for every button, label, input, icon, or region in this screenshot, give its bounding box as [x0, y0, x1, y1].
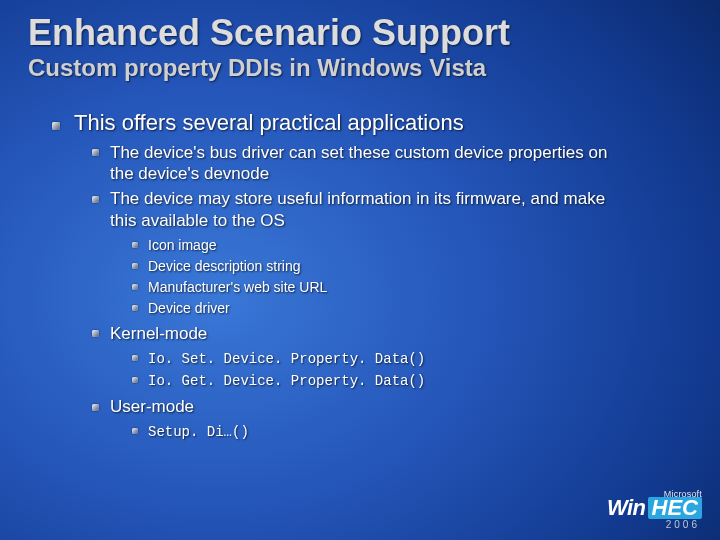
logo-brand-part1: Win: [607, 497, 646, 519]
bullet-icon: [132, 377, 138, 383]
sub-list: The device's bus driver can set these cu…: [74, 142, 692, 444]
list-item: This offers several practical applicatio…: [52, 110, 692, 444]
slide: Enhanced Scenario Support Custom propert…: [0, 0, 720, 443]
list-item: Device description string: [132, 256, 612, 277]
sub-sub-list: Setup. Di…(): [110, 421, 612, 443]
logo-year: 2006: [607, 520, 702, 530]
list-item: Kernel-mode Io. Set. Device. Property. D…: [92, 323, 612, 392]
bullet-icon: [132, 242, 138, 248]
list-item: Manufacturer's web site URL: [132, 277, 612, 298]
content-list: This offers several practical applicatio…: [28, 110, 692, 444]
item-text: The device's bus driver can set these cu…: [110, 143, 607, 183]
item-text: Manufacturer's web site URL: [148, 279, 327, 295]
item-text: Kernel-mode: [110, 324, 207, 343]
item-text: Device driver: [148, 300, 230, 316]
code-text: Io. Get. Device. Property. Data(): [148, 373, 425, 389]
list-item: Device driver: [132, 298, 612, 319]
bullet-icon: [132, 263, 138, 269]
item-text: This offers several practical applicatio…: [74, 110, 464, 135]
bullet-icon: [92, 404, 99, 411]
code-text: Io. Set. Device. Property. Data(): [148, 351, 425, 367]
item-text: Device description string: [148, 258, 301, 274]
list-item: The device may store useful information …: [92, 188, 612, 319]
sub-sub-list: Icon image Device description string Man…: [110, 235, 612, 319]
list-item: Setup. Di…(): [132, 421, 612, 443]
sub-sub-list: Io. Set. Device. Property. Data() Io. Ge…: [110, 348, 612, 392]
slide-subtitle: Custom property DDIs in Windows Vista: [28, 54, 692, 82]
bullet-icon: [92, 149, 99, 156]
logo-brand-part2: HEC: [648, 497, 702, 519]
list-item: The device's bus driver can set these cu…: [92, 142, 612, 185]
slide-title: Enhanced Scenario Support: [28, 14, 692, 52]
list-item: Io. Get. Device. Property. Data(): [132, 370, 612, 392]
list-item: Io. Set. Device. Property. Data(): [132, 348, 612, 370]
list-item: Icon image: [132, 235, 612, 256]
bullet-icon: [52, 122, 60, 130]
bullet-icon: [132, 305, 138, 311]
item-text: User-mode: [110, 397, 194, 416]
item-text: The device may store useful information …: [110, 189, 605, 229]
code-text: Setup. Di…(): [148, 424, 249, 440]
bullet-icon: [132, 284, 138, 290]
list-item: User-mode Setup. Di…(): [92, 396, 612, 443]
logo-brand: WinHEC: [607, 497, 702, 519]
bullet-icon: [132, 355, 138, 361]
winhec-logo: Microsoft WinHEC 2006: [607, 490, 702, 530]
item-text: Icon image: [148, 237, 216, 253]
bullet-icon: [92, 330, 99, 337]
bullet-icon: [132, 428, 138, 434]
bullet-icon: [92, 196, 99, 203]
